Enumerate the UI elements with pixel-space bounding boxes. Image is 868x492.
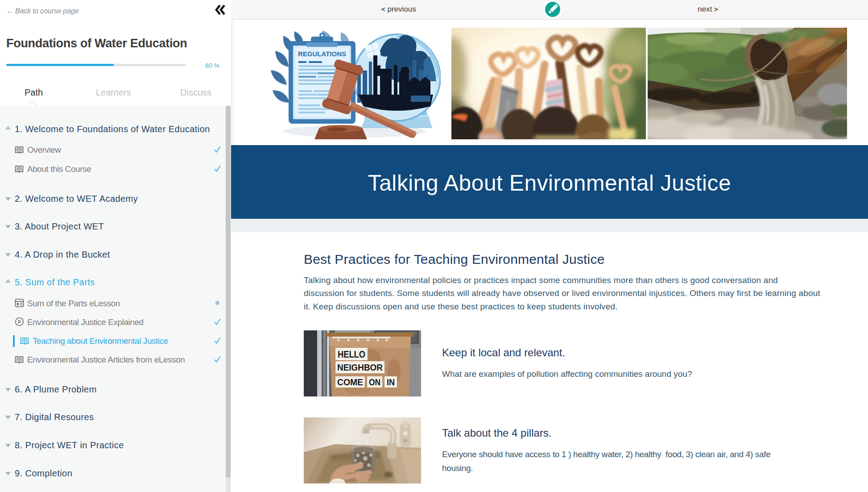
svg-text:REGULATIONS: REGULATIONS [298,50,346,58]
svg-text:ON: ON [369,377,380,387]
svg-text:IN: IN [387,377,395,387]
svg-text:COME: COME [337,377,363,387]
svg-text:HELLO: HELLO [338,349,365,360]
svg-text:NEIGHBOR: NEIGHBOR [337,362,383,372]
